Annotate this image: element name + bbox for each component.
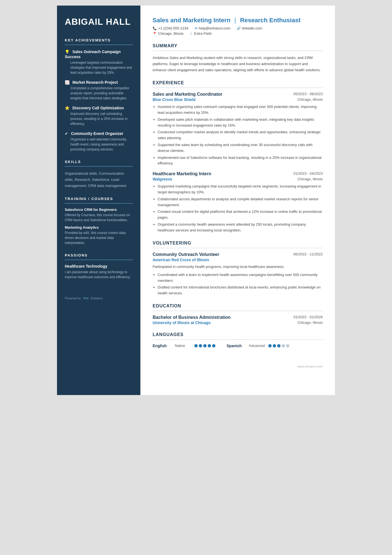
lang-dot [273,344,276,347]
exp-date: 05/2023 - 08/2023 [293,92,323,96]
experience-item: Healthcare Marketing Intern 01/2023 - 04… [153,171,323,233]
vol-desc: Participated in community health program… [153,264,323,270]
achievements-section-title: KEY ACHIEVEMENTS [65,38,133,42]
passions-section-title: PASSIONS [65,253,133,257]
exp-company-row: Blue Cross Blue Shield Chicago, Illinois [153,97,323,102]
volunteering-section-title: VOLUNTEERING [153,241,323,246]
achievement-desc-2: Improved discovery call scheduling proce… [65,111,133,126]
lang-dots [194,344,215,347]
email-icon: ✉ [195,26,197,30]
edu-institution-row: University of Illinois at Chicago Chicag… [153,320,323,325]
lang-dot [212,344,215,347]
achievements-list: 💡 Sales Outreach Campaign Success Levera… [65,49,133,152]
email-contact: ✉ help@enhancv.com [195,26,230,30]
course-title-1: Marketing Analytics [65,225,133,230]
exp-location: Chicago, Illinois [297,177,323,181]
passion-title-0: Healthcare Technology [65,264,133,268]
experience-section-title: EXPERIENCE [153,80,323,85]
lang-dot [282,344,285,347]
achievement-item: ✔ Community Event Organizer Organized a … [65,131,133,152]
exp-location: Chicago, Illinois [297,97,323,102]
course-desc-1: Provided by edX, this course covers data… [65,230,133,245]
exp-company-name: Walgreens [153,177,172,181]
bullet-item: Collaborated across departments to analy… [158,196,323,208]
bullet-item: Implemented use of Salesforce software f… [158,155,323,167]
volunteering-divider [153,248,323,248]
achievement-icon-0: 💡 [65,50,70,54]
volunteering-list: Community Outreach Volunteer 06/2022 - 1… [153,252,323,296]
achievement-title-0: Sales Outreach Campaign Success [65,50,121,59]
lang-name: Spanish [227,344,246,348]
achievement-desc-0: Leveraged targeted communication strateg… [65,60,133,75]
exp-job-title: Sales and Marketing Coordinator [153,92,222,97]
brand-name: Enhancv [91,297,103,300]
star-icon: ☆ [190,32,193,36]
vol-title: Community Outreach Volunteer [153,252,219,257]
lang-dot [277,344,281,347]
contact-row-2: 📍 Chicago, Illinois ☆ Extra Field [153,31,323,36]
phone-contact: 📞 +1-(234)-555-1234 [153,26,188,30]
exp-company-name: Blue Cross Blue Shield [153,97,195,102]
bullet-item: Developed sales pitch materials in colla… [158,117,323,129]
lang-dots [268,344,289,347]
sidebar: ABIGAIL HALL KEY ACHIEVEMENTS 💡 Sales Ou… [57,6,140,395]
lang-level: Advanced [249,344,266,348]
achievement-title-3: Community Event Organizer [71,131,123,136]
language-item: Spanish Advanced [227,344,289,348]
experience-divider [153,88,323,88]
education-list: Bachelor of Business Administration 01/2… [153,315,323,325]
passion-item: Healthcare Technology I am passionate ab… [65,264,133,280]
vol-bullet-item: Coordinated with a team to implement hea… [158,272,323,284]
exp-header-row: Sales and Marketing Coordinator 05/2023 … [153,92,323,97]
phone-number: +1-(234)-555-1234 [158,26,188,30]
bullet-item: Created visual content for digital platf… [158,209,323,221]
education-divider [153,311,323,311]
applicant-name: ABIGAIL HALL [65,17,133,27]
language-item: English Native [153,344,215,348]
main-header: Sales and Marketing Intern | Research En… [153,17,323,36]
achievement-item: 📈 Market Research Project Completed a co… [65,80,133,101]
exp-company-row: Walgreens Chicago, Illinois [153,177,323,181]
linkedin-url: linkedin.com [242,26,262,30]
education-section-title: EDUCATION [153,304,323,309]
bullet-item: Supported the sales team by scheduling a… [158,142,323,154]
languages-section-title: LANGUAGES [153,332,323,337]
contact-row-1: 📞 +1-(234)-555-1234 ✉ help@enhancv.com 🔗… [153,26,323,30]
passions-list: Healthcare Technology I am passionate ab… [65,264,133,280]
bullet-item: Supported marketing campaigns that succe… [158,184,323,195]
exp-header-row: Healthcare Marketing Intern 01/2023 - 04… [153,171,323,176]
vol-header-row: Community Outreach Volunteer 06/2022 - 1… [153,252,323,257]
passion-desc-0: I am passionate about using technology t… [65,270,133,280]
vol-bullet-item: Drafted content for informational brochu… [158,285,323,296]
achievement-icon-2: ⭐ [65,106,70,110]
exp-date: 01/2023 - 04/2023 [293,171,323,176]
email-address: help@enhancv.com [199,26,230,30]
vol-company-name: American Red Cross of Illinois [153,258,323,262]
bullet-item: Conducted competitor market analysis to … [158,129,323,141]
training-item: Marketing Analytics Provided by edX, thi… [65,225,133,245]
vol-bullets: Coordinated with a team to implement hea… [158,272,323,296]
volunteering-item: Community Outreach Volunteer 06/2022 - 1… [153,252,323,296]
skills-section-title: SKILLS [65,160,133,164]
location-text: Chicago, Illinois [158,31,183,36]
experience-list: Sales and Marketing Coordinator 05/2023 … [153,92,323,233]
edu-location: Chicago, Illinois [297,320,323,325]
passions-divider [65,260,133,260]
phone-icon: 📞 [153,26,157,30]
training-list: Salesforce CRM for Beginners Offered by … [65,208,133,245]
title-part1: Sales and Marketing Intern [153,17,230,24]
summary-text: Ambitious Sales and Marketing student wi… [153,55,323,73]
training-divider [65,203,133,204]
location-contact: 📍 Chicago, Illinois [153,31,183,36]
linkedin-contact: 🔗 linkedin.com [237,26,262,30]
skills-divider [65,166,133,167]
location-icon: 📍 [153,32,157,36]
exp-bullets: Assisted in organizing sales outreach ca… [158,104,323,166]
bullet-item: Organized a community health awareness e… [158,222,323,233]
achievement-desc-1: Completed a comprehensive competitor ana… [65,86,133,101]
achievement-title-2: Discovery Call Optimization [72,106,124,110]
lang-dot [194,344,198,347]
achievement-item: 💡 Sales Outreach Campaign Success Levera… [65,49,133,75]
lang-dot [203,344,207,347]
summary-section-title: SUMMARY [153,43,323,48]
